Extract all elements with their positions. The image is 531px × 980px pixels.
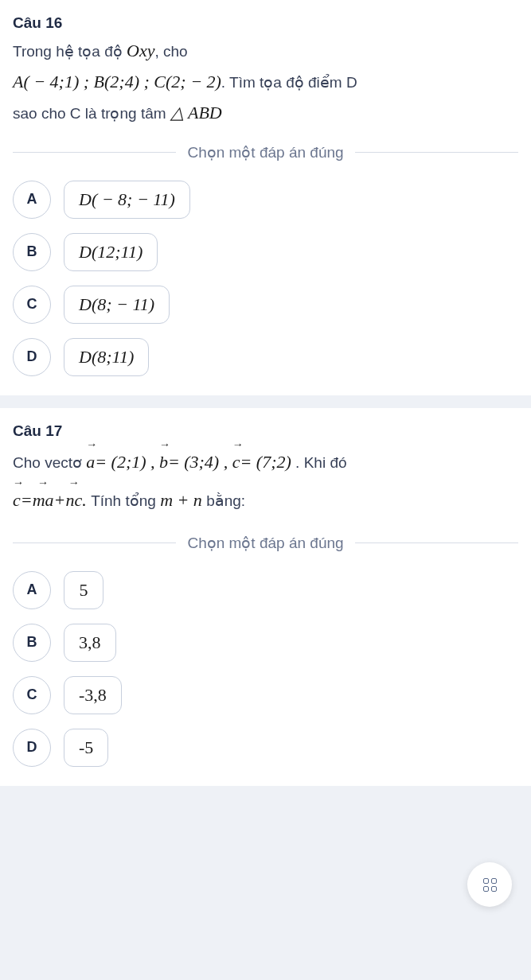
option-letter[interactable]: B xyxy=(13,624,51,662)
prompt-divider: Chọn một đáp án đúng xyxy=(13,534,518,552)
option-value[interactable]: D(8; − 11) xyxy=(64,286,170,324)
option-letter[interactable]: C xyxy=(13,676,51,714)
text: Tính tổng xyxy=(91,492,160,509)
option-letter[interactable]: D xyxy=(13,729,51,767)
options-list: A D( − 8; − 11) B D(12;11) C D(8; − 11) … xyxy=(13,181,518,376)
divider-line xyxy=(13,542,176,543)
math-mn: m + n xyxy=(160,490,202,510)
text: , cho xyxy=(154,43,187,60)
option-letter[interactable]: A xyxy=(13,181,51,219)
text: . Tìm tọa độ điểm D xyxy=(221,74,357,91)
prompt-text: Chọn một đáp án đúng xyxy=(176,534,354,552)
option-letter[interactable]: A xyxy=(13,571,51,609)
vec-equation: c=ma+nc. xyxy=(13,490,91,510)
math-triangle: △ ABD xyxy=(170,103,222,122)
option-value[interactable]: 5 xyxy=(64,571,103,609)
math-line: A( − 4;1) ; B(2;4) ; C(2; − 2). Tìm tọa … xyxy=(13,68,518,95)
option-row[interactable]: B 3,8 xyxy=(13,624,518,662)
text-line: sao cho C là trọng tâm △ ABD xyxy=(13,99,518,126)
option-value[interactable]: -5 xyxy=(64,729,108,767)
math-oxy: Oxy xyxy=(127,41,154,60)
divider-line xyxy=(355,152,518,153)
option-letter[interactable]: D xyxy=(13,338,51,376)
option-value[interactable]: D( − 8; − 11) xyxy=(64,181,190,219)
option-value[interactable]: D(12;11) xyxy=(64,233,158,271)
option-value[interactable]: D(8;11) xyxy=(64,338,149,376)
vec-b: b= (3;4) , xyxy=(159,452,232,472)
question-body: Cho vectơ a= (2;1) , b= (3;4) , c= (7;2)… xyxy=(13,445,518,518)
option-letter[interactable]: C xyxy=(13,286,51,324)
text: Trong hệ tọa độ xyxy=(13,43,127,60)
question-title: Câu 16 xyxy=(13,14,518,32)
option-row[interactable]: B D(12;11) xyxy=(13,233,518,271)
text: bằng: xyxy=(202,492,245,509)
divider-line xyxy=(13,152,176,153)
option-row[interactable]: C D(8; − 11) xyxy=(13,286,518,324)
math-points: A( − 4;1) ; B(2;4) ; C(2; − 2) xyxy=(13,72,221,91)
prompt-text: Chọn một đáp án đúng xyxy=(176,143,354,161)
text: . Khi đó xyxy=(295,454,346,471)
option-row[interactable]: A 5 xyxy=(13,571,518,609)
option-row[interactable]: C -3,8 xyxy=(13,676,518,714)
prompt-divider: Chọn một đáp án đúng xyxy=(13,143,518,161)
text: Cho vectơ xyxy=(13,454,86,471)
option-row[interactable]: D D(8;11) xyxy=(13,338,518,376)
math-line: Cho vectơ a= (2;1) , b= (3;4) , c= (7;2)… xyxy=(13,445,518,480)
question-card-16: Câu 16 Trong hệ tọa độ Oxy, cho A( − 4;1… xyxy=(0,0,531,395)
divider-line xyxy=(355,542,518,543)
vec-a: a= (2;1) , xyxy=(86,452,154,472)
math-line: c=ma+nc. Tính tổng m + n bằng: xyxy=(13,483,518,518)
option-row[interactable]: D -5 xyxy=(13,729,518,767)
options-list: A 5 B 3,8 C -3,8 D -5 xyxy=(13,571,518,767)
option-letter[interactable]: B xyxy=(13,233,51,271)
question-card-17: Câu 17 Cho vectơ a= (2;1) , b= (3;4) , c… xyxy=(0,408,531,786)
option-value[interactable]: 3,8 xyxy=(64,624,116,662)
option-value[interactable]: -3,8 xyxy=(64,676,122,714)
vec-c: c= (7;2) xyxy=(232,452,291,472)
question-body: Trong hệ tọa độ Oxy, cho A( − 4;1) ; B(2… xyxy=(13,37,518,127)
option-row[interactable]: A D( − 8; − 11) xyxy=(13,181,518,219)
text: sao cho C là trọng tâm xyxy=(13,105,170,122)
